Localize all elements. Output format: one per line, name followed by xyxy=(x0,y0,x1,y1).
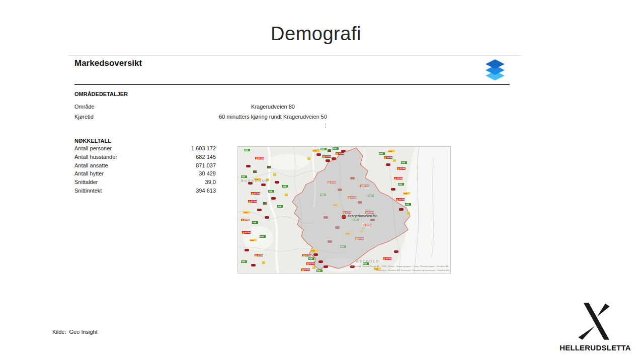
store-marker-rema xyxy=(386,163,390,166)
store-marker-kiwi: KIWI xyxy=(401,161,407,164)
store-marker-olive xyxy=(263,202,267,205)
center-point-label: Kragerudveien 50 xyxy=(348,214,377,218)
store-marker-coop: coop xyxy=(333,204,340,206)
store-marker-kiwi: KIWI xyxy=(277,205,283,208)
store-marker-yellow xyxy=(262,261,265,264)
store-marker-coop: coop xyxy=(345,232,352,235)
store-marker-extra: EXTRA xyxy=(383,257,391,260)
store-marker-yellow xyxy=(393,159,396,162)
store-marker-rema xyxy=(391,188,395,191)
store-marker-kiwi: KIWI xyxy=(398,183,404,186)
store-marker-extra: EXTRA xyxy=(323,155,331,158)
row-label: Antall husstander xyxy=(74,154,117,162)
store-marker-rema xyxy=(245,249,249,251)
store-marker-rema xyxy=(335,226,340,229)
store-marker-rema xyxy=(370,219,375,221)
store-marker-yellow xyxy=(273,173,276,176)
area-row-value: Kragerudveien 80 xyxy=(189,104,357,110)
store-marker-rema xyxy=(394,250,398,253)
hellerudsletta-x-icon xyxy=(577,302,613,341)
store-marker-rema xyxy=(261,184,266,186)
key-figures-table: Antall personer 1 603 172 Antall husstan… xyxy=(74,145,216,196)
region-label-buskerud: BUSKERUD xyxy=(241,179,269,183)
row-value: 871 037 xyxy=(196,162,216,171)
store-marker-rema xyxy=(246,165,251,167)
store-marker-extra: EXTRA xyxy=(396,198,405,201)
store-marker-extra: EXTRA xyxy=(302,254,311,256)
store-marker-kiwi: KIWI xyxy=(308,257,314,260)
geo-insight-layers-icon xyxy=(484,58,506,81)
catchment-map: KIWIEXTRAKIWIKIWIEXTRAcoopKIWIEXTRAKIWIc… xyxy=(237,146,451,274)
area-row-label: Område xyxy=(74,104,95,110)
store-marker-rema xyxy=(316,153,321,156)
store-marker-extra: EXTRA xyxy=(360,185,369,187)
store-marker-rema xyxy=(275,181,279,184)
store-marker-kiwi: KIWI xyxy=(333,147,339,150)
store-marker-olive xyxy=(267,166,271,168)
store-marker-rema xyxy=(338,189,342,191)
store-marker-kiwi: KIWI xyxy=(368,195,374,197)
row-value: 394 613 xyxy=(196,188,216,196)
row-value: 1 603 172 xyxy=(191,145,216,154)
store-marker-kiwi: KIWI xyxy=(260,235,266,238)
brand-logo: HELLERUDSLETTA xyxy=(557,302,633,352)
report-top-divider xyxy=(68,55,522,56)
store-marker-extra: EXTRA xyxy=(363,224,371,226)
store-marker-kiwi: KIWI xyxy=(241,260,247,263)
store-marker-extra: EXTRA xyxy=(348,196,356,199)
store-marker-coop: coop xyxy=(312,149,319,152)
store-marker-rema xyxy=(326,159,330,162)
store-marker-kiwi: KIWI xyxy=(379,152,385,155)
store-marker-extra: EXTRA xyxy=(251,192,260,195)
section-title-area-details: OMRÅDEDETALJER xyxy=(74,91,128,97)
map-attribution-line: Geodata AS, Norkart Norge AS - IPER - Re… xyxy=(349,265,449,268)
store-marker-rema xyxy=(332,157,336,160)
small-text-artifact: ¦ xyxy=(325,123,327,128)
source-credit: Kilde:Geo Insight xyxy=(52,329,98,335)
table-row: Antall ansatte 871 037 xyxy=(74,162,216,171)
drivetime-row-value: 60 minutters kjøring rundt Kragerudveien… xyxy=(189,114,357,120)
store-marker-extra: EXTRA xyxy=(241,219,250,221)
store-marker-rema xyxy=(265,216,269,219)
row-value: 30 429 xyxy=(199,170,216,179)
source-value: Geo Insight xyxy=(69,329,98,335)
store-marker-rema xyxy=(257,209,262,211)
store-marker-rema xyxy=(313,253,318,256)
store-marker-extra: EXTRA xyxy=(255,157,264,159)
store-marker-kiwi: KIWI xyxy=(405,203,411,206)
store-marker-yellow xyxy=(407,212,410,215)
store-marker-extra: EXTRA xyxy=(355,237,364,240)
table-row: Antall hytter 30 429 xyxy=(74,170,216,179)
store-marker-extra: EXTRA xyxy=(394,177,403,179)
store-marker-rema xyxy=(341,150,346,152)
store-marker-rema xyxy=(324,216,328,219)
store-marker-layer: KIWIEXTRAKIWIKIWIEXTRAcoopKIWIEXTRAKIWIc… xyxy=(238,147,450,273)
store-marker-olive xyxy=(328,149,331,152)
table-row: Antall husstander 682 145 xyxy=(74,154,216,162)
store-marker-yellow xyxy=(360,230,363,232)
store-marker-coop: coop xyxy=(250,239,257,241)
store-marker-coop: coop xyxy=(388,150,395,152)
store-marker-extra: EXTRA xyxy=(328,181,336,184)
store-marker-kiwi: KIWI xyxy=(320,194,326,196)
store-marker-extra: EXTRA xyxy=(242,231,251,234)
report-heading: Markedsoversikt xyxy=(74,58,142,68)
table-row: Antall personer 1 603 172 xyxy=(74,145,216,154)
store-marker-rema xyxy=(350,177,355,179)
store-marker-rema xyxy=(358,201,362,204)
page-title: Demografi xyxy=(0,23,632,45)
store-marker-kiwi: KIWI xyxy=(244,149,250,151)
store-marker-kiwi: KIWI xyxy=(252,221,258,224)
brand-name: HELLERUDSLETTA xyxy=(557,343,633,352)
report-heading-rule xyxy=(74,84,510,85)
map-attribution: Geodata AS, Norkart Norge AS - IPER - Re… xyxy=(288,264,449,273)
store-marker-kiwi: KIWI xyxy=(320,148,327,150)
store-marker-extra: EXTRA xyxy=(248,200,257,203)
drivetime-row-label: Kjøretid xyxy=(74,114,94,120)
source-label: Kilde: xyxy=(52,329,66,335)
center-point-marker xyxy=(342,215,346,219)
store-marker-rema xyxy=(399,208,404,211)
store-marker-kiwi: KIWI xyxy=(241,175,247,178)
store-marker-kiwi: KIWI xyxy=(353,219,359,221)
store-marker-extra: EXTRA xyxy=(255,254,263,256)
